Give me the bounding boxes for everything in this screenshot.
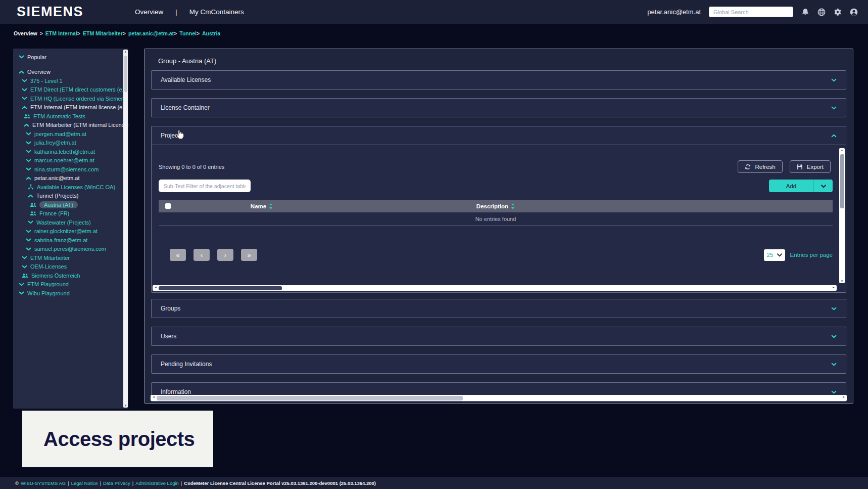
top-nav: Overview | My CmContainers <box>135 8 244 16</box>
chevron-down-icon <box>22 78 27 83</box>
chevron-up-icon <box>28 193 33 199</box>
notifications-bell-icon[interactable] <box>801 8 809 16</box>
account-avatar-icon[interactable] <box>850 8 858 16</box>
pagination-row: «‹›» 25 Entries per page <box>159 249 833 261</box>
sidebar-tree-item[interactable]: Siemens Österreich <box>13 271 128 280</box>
sidebar-tree-item[interactable]: julia.frey@etm.at <box>13 139 128 148</box>
sidebar-tree-item[interactable]: OEM-Licenses <box>13 262 128 272</box>
footer-link[interactable]: Data Privacy <box>103 480 130 486</box>
add-dropdown-button[interactable] <box>813 180 833 192</box>
sidebar-tree-item[interactable]: ETM Internal (ETM internal license (e.g.… <box>13 103 128 112</box>
chevron-down-icon <box>26 246 31 252</box>
breadcrumb-segment: > ETM Mitarbeiter <box>77 30 123 36</box>
sidebar-tree-item[interactable]: ETM HQ (License ordered via Siemens Regi… <box>13 94 128 103</box>
projects-section: Projects Showing 0 to 0 of 0 entries Ref… <box>151 126 846 293</box>
sidebar-item-label: 375 - Level 1 <box>30 78 63 84</box>
sidebar-item-label: ETM Mitarbeiter <box>30 255 70 261</box>
global-search-input[interactable] <box>709 7 793 17</box>
sidebar-tree-item[interactable]: samuel.peres@siemens.com <box>13 245 128 254</box>
page-nav-button[interactable]: » <box>241 249 257 261</box>
sidebar-tree-item[interactable]: rainer.glocknitzer@etm.at <box>13 227 128 236</box>
sidebar-scrollbar-thumb[interactable] <box>124 56 127 92</box>
projects-toolbar-row2: Add <box>159 180 833 192</box>
refresh-button[interactable]: Refresh <box>738 160 782 173</box>
entries-per-page-label: Entries per page <box>790 252 833 258</box>
sidebar-tree-item[interactable]: petar.anic@etm.at <box>13 174 128 183</box>
sidebar-tree-item[interactable]: Austria (AT) <box>13 200 128 209</box>
projects-vscrollbar-thumb[interactable] <box>840 154 844 208</box>
projects-toolbar-buttons: Refresh Export <box>738 160 831 173</box>
sidebar-tree-item[interactable]: Popular <box>13 53 128 62</box>
sort-icon[interactable] <box>511 203 515 209</box>
sidebar-item-label: Siemens Österreich <box>31 273 80 279</box>
users-icon <box>30 202 36 207</box>
sidebar-item-label: Overview <box>27 69 51 75</box>
sidebar-tree-item[interactable]: sabrina.franz@etm.at <box>13 236 128 245</box>
accordion-section-header[interactable]: Pending Invitations <box>152 355 846 373</box>
footer-link[interactable]: Legal Notice <box>71 480 98 486</box>
sort-icon[interactable] <box>269 203 273 209</box>
sidebar-tree-item[interactable]: ETM Direct (ETM direct customers (e.g. O… <box>13 85 128 95</box>
projects-horizontal-scrollbar[interactable]: ◄ ► <box>153 285 837 291</box>
sidebar-tree-item[interactable]: Tunnel (Projects) <box>13 192 128 201</box>
sidebar-tree-item[interactable]: Available Licenses (WinCC OA) <box>13 183 128 192</box>
breadcrumb-link[interactable]: ETM Mitarbeiter <box>83 30 123 36</box>
page-nav-button[interactable]: « <box>170 249 186 261</box>
entries-per-page-select[interactable]: 25 <box>764 249 785 261</box>
table-filter-input[interactable] <box>159 180 251 192</box>
table-column-header[interactable]: Description <box>347 203 645 209</box>
accordion-section-header[interactable]: Users <box>152 327 846 345</box>
scroll-down-arrow[interactable]: ▼ <box>839 280 845 283</box>
scroll-right-arrow[interactable]: ► <box>842 395 845 398</box>
sidebar-tree-item[interactable]: Wibu Playground <box>13 289 128 298</box>
nav-overview[interactable]: Overview <box>135 8 163 16</box>
scroll-left-arrow[interactable]: ◄ <box>152 395 155 398</box>
sidebar-tree-item[interactable]: katharina.lebeth@etm.at <box>13 147 128 156</box>
accordion-section-header[interactable]: Available Licenses <box>152 71 846 89</box>
accordion-section-header[interactable]: License Container <box>152 99 846 117</box>
footer-link[interactable]: Administrative Login <box>135 480 179 486</box>
sidebar-tree-item[interactable]: ETM Mitarbeiter (ETM internal Licenses f… <box>13 121 128 130</box>
sidebar-tree-item[interactable]: Wastewater (Projects) <box>13 218 128 227</box>
sidebar-tree-item[interactable]: marcus.noehrer@etm.at <box>13 156 128 165</box>
accordion-section-header[interactable]: Groups <box>152 299 846 318</box>
panel-horizontal-scrollbar[interactable]: ◄ ► <box>151 395 847 401</box>
license-portal-page: { "header": { "logo": "SIEMENS", "nav": … <box>0 0 868 489</box>
scroll-up-arrow[interactable]: ▲ <box>123 50 128 53</box>
sidebar-tree-item[interactable]: France (FR) <box>13 209 128 218</box>
footer-link[interactable]: WIBU-SYSTEMS AG <box>21 480 66 486</box>
scroll-up-arrow[interactable]: ▲ <box>839 149 845 152</box>
nav-my-cmcontainers[interactable]: My CmContainers <box>189 8 244 16</box>
sidebar-tree-item[interactable]: nina.sturm@siemens.com <box>13 165 128 174</box>
table-column-header[interactable]: Name <box>177 203 347 209</box>
breadcrumb-link[interactable]: ETM Internal <box>45 30 77 36</box>
sidebar-tree-item[interactable]: 375 - Level 1 <box>13 76 128 85</box>
breadcrumb-link[interactable]: petar.anic@etm.at <box>128 30 174 36</box>
scroll-left-arrow[interactable]: ◄ <box>154 286 157 289</box>
select-all-checkbox[interactable] <box>165 203 171 209</box>
chevron-down-icon <box>831 306 837 312</box>
scroll-down-arrow[interactable]: ▼ <box>123 404 128 407</box>
page-nav-button[interactable]: ‹ <box>194 249 210 261</box>
breadcrumb-link[interactable]: Austria <box>202 30 220 36</box>
settings-gear-icon[interactable] <box>834 8 842 16</box>
projects-section-header[interactable]: Projects <box>152 126 846 145</box>
sidebar-tree-item[interactable]: joergen.mad@etm.at <box>13 129 128 139</box>
scroll-right-arrow[interactable]: ► <box>832 286 835 289</box>
projects-vertical-scrollbar[interactable]: ▲ ▼ <box>839 148 845 283</box>
sidebar-tree-item[interactable]: ETM Mitarbeiter <box>13 253 128 262</box>
sidebar-item-label: petar.anic@etm.at <box>34 175 79 181</box>
sidebar-tree-item[interactable]: ETM Automatic Tests <box>13 112 128 121</box>
column-label: Name <box>251 203 266 209</box>
sidebar-item-label: marcus.noehrer@etm.at <box>34 157 94 163</box>
breadcrumb-link[interactable]: Tunnel <box>179 30 197 36</box>
add-button[interactable]: Add <box>769 180 813 192</box>
language-globe-icon[interactable] <box>817 8 826 16</box>
sidebar-tree-item[interactable]: Overview <box>13 68 128 77</box>
sidebar-vertical-scrollbar[interactable]: ▲ ▼ <box>123 50 128 408</box>
export-button[interactable]: Export <box>790 160 831 173</box>
projects-hscrollbar-thumb[interactable] <box>159 286 282 290</box>
sidebar-tree-item[interactable]: ETM Playground <box>13 280 128 289</box>
page-nav-button[interactable]: › <box>217 249 233 261</box>
panel-hscrollbar-thumb[interactable] <box>157 396 463 401</box>
